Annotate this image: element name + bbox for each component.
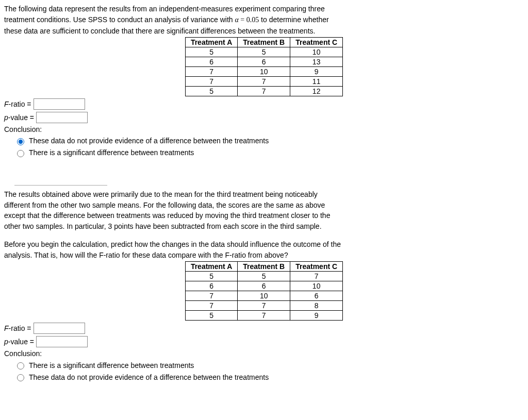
conclusion2-option2[interactable]: These data do not provide evidence of a … [14, 373, 524, 381]
cell: 10 [290, 47, 343, 57]
cell: 5 [185, 47, 237, 57]
radio-no-evidence-2[interactable] [17, 374, 24, 381]
cell: 7 [238, 311, 290, 321]
cell: 6 [290, 291, 343, 301]
cell: 5 [185, 311, 237, 321]
cell: 7 [185, 301, 237, 311]
table-row: 5 5 7 [185, 272, 342, 281]
option-text: There is a significant difference betwee… [29, 148, 194, 157]
p-value-input-2[interactable] [36, 336, 88, 347]
conclusion1-option1[interactable]: These data do not provide evidence of a … [14, 137, 524, 145]
conclusion1-option2[interactable]: There is a significant difference betwee… [14, 148, 524, 157]
prompt-line: analysis. That is, how will the F-ratio … [4, 250, 524, 260]
prompt-text: treatment conditions. Use SPSS to conduc… [4, 15, 235, 24]
prompt-line: except that the difference between treat… [4, 211, 524, 221]
cell: 10 [290, 281, 343, 291]
cell: 5 [238, 272, 290, 281]
divider [14, 185, 107, 186]
col-header: Treatment B [238, 37, 290, 47]
cell: 7 [238, 86, 290, 96]
cell: 7 [238, 301, 290, 311]
prompt-line: treatment conditions. Use SPSS to conduc… [4, 15, 524, 25]
p-value-label: p-value = [4, 338, 34, 346]
option-text: There is a significant difference betwee… [29, 361, 194, 369]
f-ratio-term: F-ratio [99, 251, 120, 259]
option-text: These data do not provide evidence of a … [29, 137, 269, 145]
f-ratio-input-1[interactable] [34, 98, 85, 110]
table-header-row: Treatment A Treatment B Treatment C [185, 262, 342, 272]
radio-significant-2[interactable] [17, 362, 24, 369]
prompt-line: different from the other two sample mean… [4, 200, 524, 210]
cell: 7 [185, 76, 237, 86]
prompt-text: analysis. That is, how will the [4, 251, 99, 259]
cell: 7 [290, 272, 343, 281]
table-row: 5 7 9 [185, 311, 342, 321]
prompt-text: from above? [246, 251, 288, 259]
prompt-line: The results obtained above were primaril… [4, 190, 524, 199]
equals-sign: = [239, 16, 246, 24]
cell: 6 [238, 57, 290, 66]
cell: 9 [290, 311, 343, 321]
option-text: These data do not provide evidence of a … [29, 373, 269, 381]
section2-data-table: Treatment A Treatment B Treatment C 5 5 … [185, 261, 343, 321]
cell: 10 [238, 291, 290, 301]
alpha-symbol: α [235, 16, 238, 24]
conclusion-label-2: Conclusion: [4, 349, 524, 358]
cell: 10 [238, 66, 290, 76]
table-row: 6 6 13 [185, 57, 342, 66]
col-header: Treatment A [185, 37, 237, 47]
alpha-value: 0.05 [246, 16, 259, 24]
cell: 7 [185, 66, 237, 76]
prompt-line: these data are sufficient to conclude th… [4, 26, 524, 36]
cell: 5 [238, 47, 290, 57]
table-row: 5 7 12 [185, 86, 342, 96]
f-ratio-row: F-ratio = [4, 98, 524, 110]
col-header: Treatment C [290, 262, 343, 272]
f-ratio-label: F-ratio = [4, 324, 31, 332]
cell: 5 [185, 272, 237, 281]
cell: 13 [290, 57, 343, 66]
col-header: Treatment A [185, 262, 237, 272]
radio-no-evidence-1[interactable] [17, 138, 24, 145]
prompt-text: to determine whether [259, 15, 328, 24]
p-value-input-1[interactable] [36, 112, 88, 123]
cell: 9 [290, 66, 343, 76]
cell: 7 [185, 291, 237, 301]
cell: 7 [238, 76, 290, 86]
cell: 6 [185, 281, 237, 291]
prompt-line: other two samples. In particular, 3 poin… [4, 222, 524, 231]
conclusion-label: Conclusion: [4, 125, 524, 133]
prompt-line: The following data represent the results… [4, 4, 524, 14]
table-row: 5 5 10 [185, 47, 342, 57]
section1-data-table: Treatment A Treatment B Treatment C 5 5 … [185, 37, 343, 96]
cell: 12 [290, 86, 343, 96]
prompt-line: Before you begin the calculation, predic… [4, 240, 524, 249]
cell: 11 [290, 76, 343, 86]
prompt-text: for these data compare with the [120, 251, 225, 259]
cell: 6 [185, 57, 237, 66]
p-value-row-2: p-value = [4, 336, 524, 347]
section2-prompt: The results obtained above were primaril… [4, 190, 524, 260]
f-ratio-label: F-ratio = [4, 100, 31, 108]
f-ratio-row-2: F-ratio = [4, 323, 524, 334]
f-ratio-input-2[interactable] [34, 323, 85, 334]
p-value-label: p-value = [4, 113, 34, 122]
table-row: 7 7 8 [185, 301, 342, 311]
col-header: Treatment B [238, 262, 290, 272]
table-row: 7 10 6 [185, 291, 342, 301]
p-value-row: p-value = [4, 112, 524, 123]
cell: 6 [238, 281, 290, 291]
cell: 8 [290, 301, 343, 311]
radio-significant-1[interactable] [17, 150, 24, 157]
section1-prompt: The following data represent the results… [4, 4, 524, 36]
f-ratio-term: F-ratio [225, 251, 246, 259]
col-header: Treatment C [290, 37, 343, 47]
table-row: 7 10 9 [185, 66, 342, 76]
conclusion2-option1[interactable]: There is a significant difference betwee… [14, 361, 524, 369]
table-row: 7 7 11 [185, 76, 342, 86]
cell: 5 [185, 86, 237, 96]
table-header-row: Treatment A Treatment B Treatment C [185, 37, 342, 47]
table-row: 6 6 10 [185, 281, 342, 291]
